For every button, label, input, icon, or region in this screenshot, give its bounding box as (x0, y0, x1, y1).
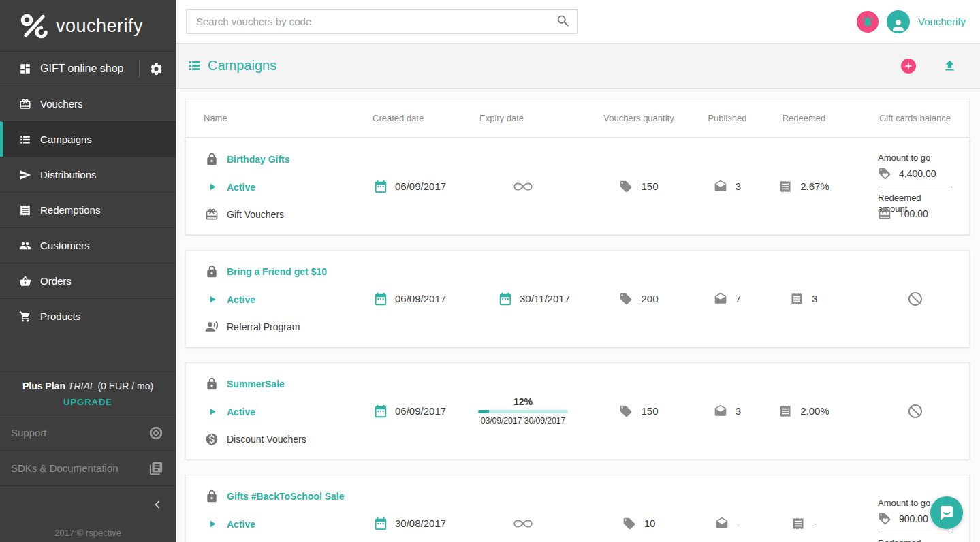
vouchers-quantity: 200 (641, 293, 658, 304)
table-row[interactable]: Bring a Friend get $10 Active Referral P… (185, 250, 970, 347)
loyalty-tag-icon (878, 512, 891, 526)
divider (878, 187, 953, 187)
sidebar-item-redemptions[interactable]: Redemptions (0, 192, 176, 227)
sidebar-item-vouchers[interactable]: Vouchers (0, 86, 176, 121)
add-campaign-button[interactable] (901, 59, 916, 74)
sidebar-item-label: Orders (40, 275, 72, 287)
main-area: Voucherify Campaigns Name Created (176, 0, 980, 542)
tag-icon (619, 292, 633, 306)
support-label: Support (11, 427, 148, 439)
gift-icon (19, 98, 31, 110)
import-button[interactable] (943, 59, 957, 73)
cart-icon (19, 310, 31, 323)
project-switcher[interactable]: GIFT online shop (0, 51, 176, 86)
project-settings-button[interactable] (149, 62, 163, 76)
plan-name: Plus Plan (22, 381, 65, 392)
campaign-type: Referral Program (227, 321, 300, 332)
sdks-documentation-link[interactable]: SDKs & Documentation (0, 450, 176, 485)
people-icon (19, 240, 31, 252)
dollar-icon (204, 432, 219, 446)
lock-icon (204, 153, 219, 166)
gift-cards-balance: Amount to go 4,400.00 Redeemed amount 10… (878, 153, 953, 221)
sidebar-footer: Plus Plan TRIAL (0 EUR / mo) UPGRADE Sup… (0, 372, 176, 542)
search-input[interactable] (186, 9, 578, 34)
redeemed-amount-label: Redeemed amount (878, 538, 953, 542)
gear-icon (149, 62, 163, 76)
published-count: 3 (736, 180, 741, 192)
logo-text: voucherify (56, 16, 143, 37)
play-icon (204, 406, 219, 417)
referral-icon (204, 320, 219, 334)
play-icon (204, 518, 219, 530)
plus-icon (903, 61, 914, 71)
plan-line: Plus Plan TRIAL (0 EUR / mo) (0, 381, 176, 392)
topbar: Voucherify (176, 0, 980, 44)
campaign-name-link[interactable]: Bring a Friend get $10 (227, 266, 327, 277)
redeemed-value: - (813, 517, 817, 529)
column-header-expiry: Expiry date (469, 113, 588, 123)
chevron-left-icon (150, 497, 165, 512)
search-icon[interactable] (556, 14, 571, 29)
plan-block: Plus Plan TRIAL (0 EUR / mo) UPGRADE (0, 372, 176, 415)
search-box (186, 9, 578, 34)
envelope-icon (714, 180, 727, 193)
vouchers-quantity: 150 (641, 180, 658, 192)
column-header-created: Created date (356, 113, 469, 123)
campaigns-list-icon (187, 59, 202, 73)
send-icon (19, 169, 31, 181)
envelope-icon (715, 517, 729, 530)
lock-icon (204, 265, 219, 278)
voucherify-logo[interactable]: voucherify (0, 0, 176, 51)
calendar-icon (373, 404, 388, 419)
sidebar-item-orders[interactable]: Orders (0, 263, 176, 298)
lock-icon (204, 490, 219, 503)
vouchers-quantity: 10 (644, 517, 656, 529)
created-date: 30/08/2017 (395, 517, 446, 529)
sidebar: voucherify GIFT online shop Vouchers Cam… (0, 0, 176, 542)
basket-icon (19, 275, 31, 287)
sidebar-item-label: Redemptions (40, 204, 100, 216)
status-badge: Active (227, 406, 255, 417)
envelope-icon (714, 404, 727, 418)
vouchers-quantity: 150 (641, 405, 658, 417)
campaign-type: Discount Vouchers (227, 434, 306, 445)
expiry-start-date: 03/09/2017 (481, 416, 522, 426)
account-name[interactable]: Voucherify (918, 16, 966, 27)
copyright: 2017 © rspective (0, 522, 176, 542)
sidebar-item-campaigns[interactable]: Campaigns (0, 121, 176, 157)
campaign-name-link[interactable]: Birthday Gifts (227, 154, 290, 165)
table-row[interactable]: Gifts #BackToSchool Sale Active 30/08/20… (185, 475, 970, 542)
column-header-balance: Gift cards balance (843, 113, 969, 123)
sdks-label: SDKs & Documentation (11, 462, 148, 474)
app-window: voucherify GIFT online shop Vouchers Cam… (0, 0, 980, 542)
dashboard-icon (19, 63, 31, 75)
notifications-button[interactable] (857, 11, 879, 33)
amount-to-go-value: 900.00 (899, 513, 928, 524)
play-icon (204, 181, 219, 193)
sidebar-item-products[interactable]: Products (0, 298, 176, 334)
plan-trial: TRIAL (68, 381, 95, 392)
expiry-end-date: 30/09/2017 (524, 416, 566, 426)
table-row[interactable]: SummerSale Active Discount Vouchers 06/0… (185, 362, 970, 460)
infinity-icon (478, 181, 568, 192)
column-header-published: Published (690, 113, 765, 123)
expiry-progress: 12% 03/09/2017 30/09/2017 (478, 396, 568, 426)
plan-price: (0 EUR / mo) (97, 381, 153, 392)
sidebar-collapse-button[interactable] (0, 485, 176, 522)
avatar[interactable] (887, 10, 910, 33)
divider (139, 60, 140, 78)
campaign-name-link[interactable]: SummerSale (227, 379, 285, 389)
calendar-icon (373, 516, 388, 531)
chat-widget-button[interactable] (930, 496, 963, 529)
gift-icon (878, 207, 891, 221)
sidebar-item-customers[interactable]: Customers (0, 227, 176, 263)
tag-icon (619, 404, 633, 418)
page-actions (901, 59, 957, 74)
campaign-name-link[interactable]: Gifts #BackToSchool Sale (227, 491, 344, 502)
sidebar-item-distributions[interactable]: Distributions (0, 157, 176, 192)
tag-icon (619, 180, 633, 193)
table-row[interactable]: Birthday Gifts Active Gift Vouchers 06/0… (185, 138, 970, 235)
loyalty-tag-icon (878, 167, 891, 180)
support-link[interactable]: Support (0, 415, 176, 450)
upgrade-link[interactable]: UPGRADE (63, 397, 112, 407)
